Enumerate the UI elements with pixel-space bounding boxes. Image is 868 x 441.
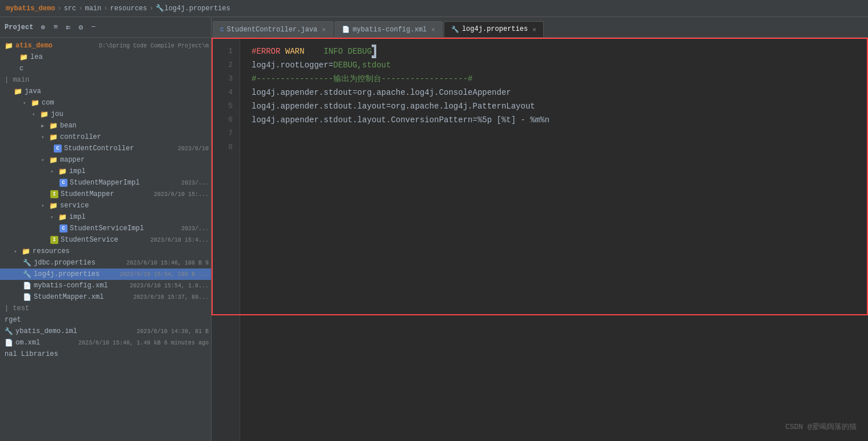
tree-item-test[interactable]: | test	[0, 303, 211, 314]
tree-item-main[interactable]: | main	[0, 74, 211, 86]
toolbar-icon-gear[interactable]: ⚙	[75, 22, 86, 33]
tab-close-mybatis-config[interactable]: ✕	[431, 26, 435, 33]
arrow-impl-mapper: ▾	[50, 169, 58, 175]
tree-item-student-service[interactable]: I StudentService 2023/6/10 15:4...	[0, 234, 211, 246]
code-area[interactable]: #ERROR WARN INFO DEBUG▌ log4j.rootLogger…	[240, 38, 868, 441]
tree-item-impl-service[interactable]: ▾ 📁 impl	[0, 211, 211, 223]
folder-icon-com: 📁	[31, 99, 39, 107]
tree-label-mapper: mapper	[60, 156, 209, 164]
tree-item-resources[interactable]: ▾ 📁 resources	[0, 246, 211, 257]
folder-icon-service: 📁	[49, 202, 58, 210]
tree-label-service: service	[60, 202, 209, 210]
tab-close-student-controller[interactable]: ✕	[322, 26, 326, 33]
tree-item-student-mapper-xml[interactable]: 📄 StudentMapper.xml 2023/6/10 15:37, 89.…	[0, 291, 211, 303]
line-numbers: 1 2 3 4 5 6 7 8	[212, 38, 240, 441]
folder-icon-mapper: 📁	[49, 156, 58, 165]
tree-label-impl-mapper: impl	[69, 167, 209, 175]
token-1-error: #ERROR	[252, 45, 285, 58]
tree-label-lea: lea	[30, 53, 209, 61]
toolbar-icon-collapse[interactable]: ⇇	[63, 22, 73, 33]
code-line-4: log4j.appender.stdout=org.apache.log4j.C…	[252, 86, 868, 99]
tree-item-jou[interactable]: ▾ 📁 jou	[0, 109, 211, 120]
tree-label-test: | test	[5, 304, 209, 312]
tree-meta-mybatis-config: 2023/6/10 15:54, 1.0...	[130, 283, 209, 289]
line-num-3: 3	[212, 72, 240, 86]
project-toolbar: Project ⊕ ≡ ⇇ ⚙ −	[0, 17, 211, 38]
token-4-val: org.apache.log4j.ConsoleAppender	[357, 86, 511, 99]
toolbar-icon-globe[interactable]: ⊕	[38, 22, 48, 33]
folder-icon-controller: 📁	[49, 133, 58, 142]
tree-item-controller[interactable]: ▾ 📁 controller	[0, 131, 211, 143]
arrow-resources: ▾	[14, 248, 22, 255]
tree-item-pom[interactable]: 📄 om.xml 2023/6/10 15:48, 1.49 kB 6 minu…	[0, 337, 211, 348]
tree-item-iml[interactable]: 🔧 ybatis_demo.iml 2023/6/10 14:39, 81 B	[0, 326, 211, 337]
class-icon-student-mapper-impl: C	[59, 179, 67, 187]
tab-close-log4j[interactable]: ✕	[532, 26, 536, 33]
tree-label-iml: ybatis_demo.iml	[15, 327, 133, 335]
tree-meta-student-mapper-xml: 2023/6/10 15:37, 89...	[133, 294, 209, 300]
tree-view[interactable]: 📁 atis_demo D:\Spring Code Compile Proje…	[0, 38, 211, 441]
editor-area: C StudentController.java ✕ 📄 mybatis-con…	[212, 17, 868, 441]
tree-item-student-service-impl[interactable]: C StudentServiceImpl 2023/...	[0, 223, 211, 234]
token-2-key: log4j.rootLogger	[252, 58, 328, 72]
project-title: Project	[5, 23, 33, 31]
arrow-impl-service: ▾	[50, 214, 58, 220]
tree-label-bean: bean	[60, 122, 209, 130]
tree-item-bean[interactable]: ▶ 📁 bean	[0, 120, 211, 131]
toolbar-icon-list[interactable]: ≡	[50, 22, 61, 33]
breadcrumb-item-file[interactable]: log4j.properties	[164, 5, 230, 13]
code-line-8	[252, 141, 868, 154]
tab-student-controller[interactable]: C StudentController.java ✕	[213, 21, 333, 37]
tree-item-mybatis-config[interactable]: 📄 mybatis-config.xml 2023/6/10 15:54, 1.…	[0, 280, 211, 291]
tree-item-student-controller[interactable]: C StudentController 2023/6/10	[0, 143, 211, 154]
tree-label-log4j-properties: log4j.properties	[34, 270, 116, 278]
tree-item-impl-mapper[interactable]: ▾ 📁 impl	[0, 166, 211, 177]
tree-item-libraries[interactable]: nal Libraries	[0, 348, 211, 360]
tree-item-lea[interactable]: 📁 lea	[0, 51, 211, 63]
tree-meta-student-controller: 2023/6/10	[178, 146, 209, 152]
tree-item-project-root[interactable]: 📁 atis_demo D:\Spring Code Compile Proje…	[0, 40, 211, 51]
tree-item-student-mapper[interactable]: I StudentMapper 2023/6/10 15:...	[0, 189, 211, 200]
toolbar-icon-minus[interactable]: −	[88, 22, 98, 33]
tree-label-jdbc-properties: jdbc.properties	[34, 259, 123, 267]
tree-item-service[interactable]: ▾ 📁 service	[0, 200, 211, 211]
folder-icon-impl-service: 📁	[58, 213, 67, 222]
token-6-eq: =	[472, 113, 477, 127]
tree-label-student-controller: StudentController	[64, 145, 174, 153]
folder-icon-root: 📁	[5, 42, 13, 50]
breadcrumb-item-resources[interactable]: resources	[110, 5, 147, 13]
breadcrumb-item-src[interactable]: src	[64, 5, 77, 13]
tab-label-log4j: log4j.properties	[462, 25, 528, 33]
code-line-5: log4j.appender.stdout.layout=org.apache.…	[252, 99, 868, 113]
tree-item-log4j-properties[interactable]: 🔧 log4j.properties 2023/6/10 15:54, 296 …	[0, 268, 211, 280]
tree-meta-jdbc-properties: 2023/6/10 15:46, 108 B 9	[126, 260, 209, 266]
token-5-val: org.apache.log4j.PatternLayout	[391, 99, 535, 113]
editor-content[interactable]: 1 2 3 4 5 6 7 8 #ERROR WARN INFO DEBUG▌ …	[212, 38, 868, 441]
token-5-eq: =	[386, 99, 391, 113]
tab-mybatis-config[interactable]: 📄 mybatis-config.xml ✕	[335, 21, 443, 37]
tree-meta-iml: 2023/6/10 14:39, 81 B	[137, 328, 209, 335]
tree-item-c[interactable]: c	[0, 63, 211, 74]
tree-item-rget[interactable]: rget	[0, 314, 211, 326]
arrow-com: ▾	[23, 100, 31, 106]
tree-item-com[interactable]: ▾ 📁 com	[0, 97, 211, 109]
breadcrumb-sep-2: ›	[78, 5, 82, 13]
tree-item-java[interactable]: 📁 java	[0, 86, 211, 97]
code-line-7	[252, 127, 868, 141]
line-num-6: 6	[212, 113, 240, 127]
tree-meta-student-mapper: 2023/6/10 15:...	[154, 191, 209, 198]
tree-label-root: atis_demo	[15, 42, 95, 50]
interface-icon-student-mapper: I	[50, 190, 58, 198]
watermark: CSDN @爱喝阔落的猫	[785, 422, 857, 432]
breadcrumb-item-main[interactable]: main	[85, 5, 101, 13]
tree-item-mapper[interactable]: ▾ 📁 mapper	[0, 154, 211, 166]
tab-log4j[interactable]: 🔧 log4j.properties ✕	[444, 21, 544, 37]
breadcrumb-sep-4: ›	[149, 5, 153, 13]
tree-item-student-mapper-impl[interactable]: C StudentMapperImpl 2023/...	[0, 177, 211, 189]
token-2-val: DEBUG,stdout	[333, 58, 391, 72]
arrow-service: ▾	[41, 203, 49, 209]
breadcrumb-item-root[interactable]: mybatis_demo	[6, 5, 55, 13]
icon-jdbc-properties: 🔧	[23, 259, 31, 267]
icon-pom: 📄	[5, 339, 13, 347]
tree-item-jdbc-properties[interactable]: 🔧 jdbc.properties 2023/6/10 15:46, 108 B…	[0, 257, 211, 268]
